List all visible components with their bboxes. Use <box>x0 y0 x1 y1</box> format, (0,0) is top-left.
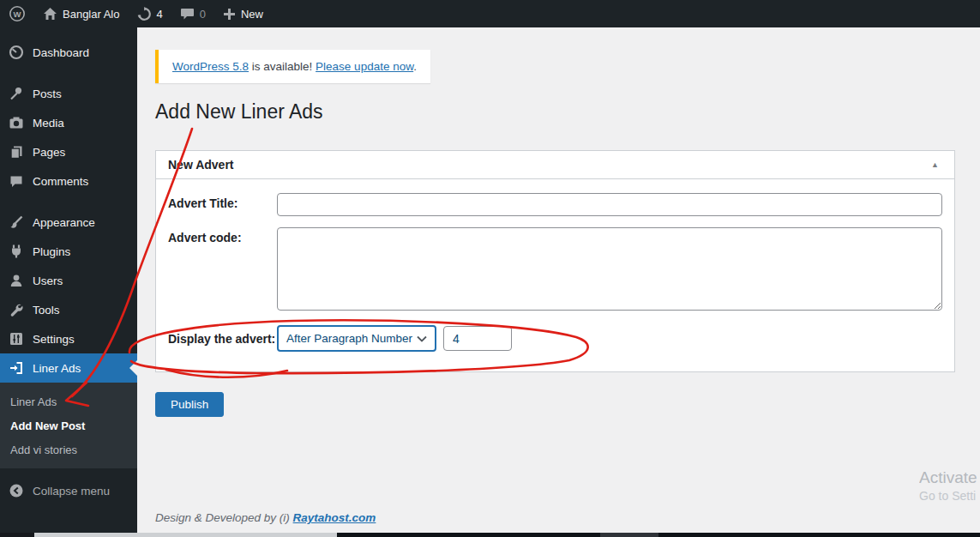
sidebar-item-label: Plugins <box>33 245 70 258</box>
select-value: After Paragraph Number <box>286 332 412 345</box>
updates-icon <box>137 7 152 21</box>
new-content-menu[interactable]: New <box>214 0 272 27</box>
advert-title-row: Advert Title: <box>168 193 942 216</box>
panel-title: New Advert <box>168 158 234 172</box>
site-name: Banglar Alo <box>63 8 120 21</box>
sidebar-item-label: Comments <box>33 175 88 188</box>
please-update-link[interactable]: Please update now <box>316 60 413 73</box>
comments-menu[interactable]: 0 <box>171 0 214 27</box>
comment-count: 0 <box>200 8 206 21</box>
collapse-arrow-icon <box>9 483 24 498</box>
svg-text:W: W <box>14 9 21 19</box>
submenu-item-label: Add vi stories <box>10 443 77 456</box>
update-nag-notice: WordPress 5.8 is available! Please updat… <box>155 50 430 83</box>
wordpress-logo-menu[interactable]: W <box>0 0 34 27</box>
advert-title-input[interactable] <box>277 193 942 216</box>
advert-code-row: Advert code: <box>168 227 942 311</box>
updates-menu[interactable]: 4 <box>129 0 171 27</box>
new-advert-panel: New Advert ▲ Advert Title: Advert code: … <box>155 150 955 372</box>
update-count: 4 <box>157 8 163 21</box>
pushpin-icon <box>9 86 24 101</box>
display-advert-label: Display the advert: <box>168 332 277 346</box>
sidebar-item-liner-ads[interactable]: Liner Ads <box>0 353 137 383</box>
admin-bar: W Banglar Alo 4 0 New <box>0 0 980 27</box>
page-title: Add New Liner Ads <box>155 100 955 124</box>
chevron-down-icon <box>417 335 427 342</box>
media-icon <box>9 115 24 130</box>
home-icon <box>43 7 57 21</box>
sidebar-item-media[interactable]: Media <box>0 108 137 137</box>
panel-header[interactable]: New Advert ▲ <box>156 151 954 179</box>
windows-activation-watermark: Activate Go to Setti <box>919 468 980 503</box>
plugin-icon <box>9 244 24 259</box>
sidebar-item-label: Tools <box>33 304 60 317</box>
wrench-icon <box>9 302 24 317</box>
submenu-item-add-vi-stories[interactable]: Add vi stories <box>0 437 137 462</box>
sidebar-item-dashboard[interactable]: Dashboard <box>0 38 137 67</box>
sidebar-item-users[interactable]: Users <box>0 266 137 295</box>
collapse-menu-button[interactable]: Collapse menu <box>0 479 137 503</box>
submenu-item-label: Add New Post <box>10 419 85 432</box>
submenu-item-label: Liner Ads <box>10 395 57 408</box>
sidebar-item-pages[interactable]: Pages <box>0 137 137 166</box>
exit-arrow-icon <box>9 360 24 376</box>
sidebar-item-posts[interactable]: Posts <box>0 79 137 108</box>
watermark-line2: Go to Setti <box>919 489 980 503</box>
sidebar-item-label: Dashboard <box>33 46 89 59</box>
plus-icon <box>223 8 236 21</box>
sidebar-item-label: Pages <box>33 146 65 159</box>
sidebar-item-label: Media <box>33 117 64 130</box>
display-advert-row: Display the advert: After Paragraph Numb… <box>168 325 942 352</box>
pages-icon <box>9 144 24 160</box>
footer-text: Design & Developed by (i) <box>155 511 293 524</box>
advert-title-label: Advert Title: <box>168 193 277 210</box>
main-content: WordPress 5.8 is available! Please updat… <box>137 27 980 537</box>
notice-text: is available! <box>249 60 316 73</box>
panel-collapse-toggle[interactable]: ▲ <box>928 159 942 171</box>
liner-ads-submenu: Liner Ads Add New Post Add vi stories <box>0 383 137 468</box>
sidebar-item-settings[interactable]: Settings <box>0 324 137 353</box>
sidebar-item-comments[interactable]: Comments <box>0 166 137 196</box>
sidebar-item-label: Users <box>33 275 63 287</box>
dashboard-icon <box>9 45 24 60</box>
collapse-menu-label: Collapse menu <box>33 485 110 498</box>
sidebar-item-tools[interactable]: Tools <box>0 295 137 324</box>
sidebar-item-label: Appearance <box>33 216 95 229</box>
publish-button[interactable]: Publish <box>155 392 224 417</box>
comments-icon <box>9 173 24 189</box>
sidebar-item-plugins[interactable]: Plugins <box>0 237 137 266</box>
wordpress-logo-icon: W <box>9 5 26 22</box>
user-icon <box>9 273 24 288</box>
new-label: New <box>241 8 263 21</box>
wordpress-version-link[interactable]: WordPress 5.8 <box>172 60 249 73</box>
display-position-select[interactable]: After Paragraph Number <box>277 325 436 352</box>
paragraph-number-input[interactable] <box>443 326 512 351</box>
panel-body: Advert Title: Advert code: Display the a… <box>156 193 954 371</box>
comment-bubble-icon <box>180 7 195 21</box>
paintbrush-icon <box>9 214 24 230</box>
taskbar-edge <box>0 533 980 537</box>
sidebar-item-label: Settings <box>33 333 75 346</box>
sidebar-item-appearance[interactable]: Appearance <box>0 208 137 237</box>
settings-sliders-icon <box>9 331 24 347</box>
submenu-item-add-new-post[interactable]: Add New Post <box>0 413 137 437</box>
raytahost-link[interactable]: Raytahost.com <box>293 511 376 524</box>
advert-code-label: Advert code: <box>168 227 277 244</box>
submenu-item-liner-ads[interactable]: Liner Ads <box>0 389 137 413</box>
sidebar-item-label: Posts <box>33 87 62 100</box>
admin-sidebar: Dashboard Posts Media Pages <box>0 27 137 537</box>
advert-code-textarea[interactable] <box>277 227 942 311</box>
footer-credit: Design & Developed by (i) Raytahost.com <box>155 511 376 524</box>
site-menu[interactable]: Banglar Alo <box>34 0 129 27</box>
notice-period: . <box>413 60 417 73</box>
sidebar-item-label: Liner Ads <box>33 362 81 375</box>
watermark-line1: Activate <box>919 468 980 487</box>
